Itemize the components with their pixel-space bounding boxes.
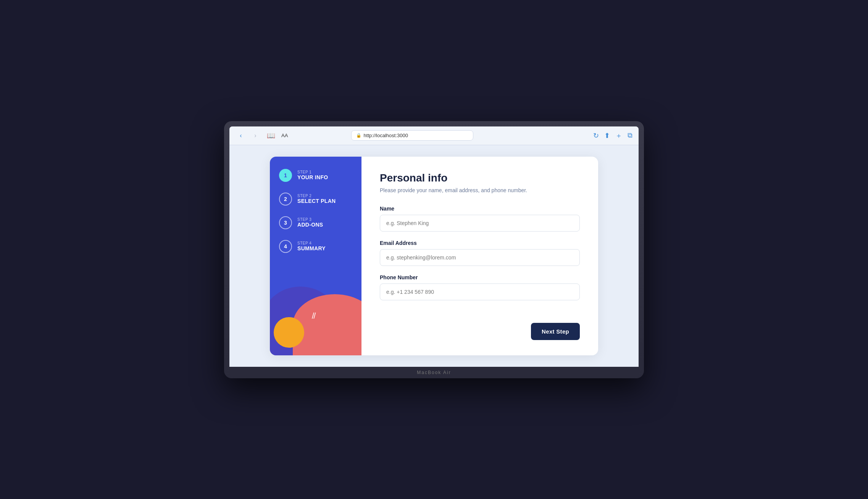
bookmarks-icon[interactable]: 📖	[267, 131, 275, 140]
step-4-circle: 4	[279, 240, 292, 253]
sidebar-decoration: / /	[270, 279, 361, 355]
step-3-circle: 3	[279, 216, 292, 229]
phone-input[interactable]	[380, 284, 580, 300]
laptop-bottom: MacBook Air	[229, 367, 639, 378]
deco-circle	[274, 317, 304, 348]
step-3-text: STEP 3 ADD-ONS	[297, 217, 323, 228]
form-content: Personal info Please provide your name, …	[361, 157, 598, 355]
form-title: Personal info	[380, 172, 580, 184]
main-card: 1 STEP 1 YOUR INFO 2 STEP 2 SELECT PLAN	[270, 157, 598, 355]
step-4-text: STEP 4 SUMMARY	[297, 241, 326, 251]
email-label: Email Address	[380, 240, 580, 246]
url-text: http://localhost:3000	[364, 133, 408, 138]
name-label: Name	[380, 206, 580, 212]
laptop-model-label: MacBook Air	[417, 370, 451, 375]
laptop-frame: ‹ › 📖 AA 🔒 http://localhost:3000 ↻ ⬆ ＋ ⧉	[224, 121, 644, 378]
steps-sidebar: 1 STEP 1 YOUR INFO 2 STEP 2 SELECT PLAN	[270, 157, 361, 355]
form-actions: Next Step	[380, 315, 580, 340]
browser-nav: ‹ ›	[236, 130, 261, 141]
step-4-label: STEP 4	[297, 241, 326, 245]
step-2-name: SELECT PLAN	[297, 198, 336, 204]
step-2-label: STEP 2	[297, 194, 336, 198]
step-1-circle: 1	[279, 169, 292, 182]
add-tab-button[interactable]: ＋	[615, 131, 622, 140]
forward-button[interactable]: ›	[250, 130, 261, 141]
name-input[interactable]	[380, 215, 580, 232]
phone-label: Phone Number	[380, 274, 580, 280]
step-4-item: 4 STEP 4 SUMMARY	[279, 240, 352, 253]
deco-slash: / /	[312, 311, 314, 321]
email-input[interactable]	[380, 249, 580, 266]
address-bar[interactable]: 🔒 http://localhost:3000	[351, 130, 473, 141]
tabs-button[interactable]: ⧉	[628, 131, 632, 139]
email-field-group: Email Address	[380, 240, 580, 266]
step-1-item: 1 STEP 1 YOUR INFO	[279, 169, 352, 182]
page-content: 1 STEP 1 YOUR INFO 2 STEP 2 SELECT PLAN	[229, 145, 639, 367]
step-3-label: STEP 3	[297, 217, 323, 222]
step-2-circle: 2	[279, 193, 292, 206]
step-1-label: STEP 1	[297, 170, 328, 174]
step-2-text: STEP 2 SELECT PLAN	[297, 194, 336, 204]
step-2-item: 2 STEP 2 SELECT PLAN	[279, 193, 352, 206]
browser-actions: ↻ ⬆ ＋ ⧉	[593, 131, 632, 140]
step-3-name: ADD-ONS	[297, 222, 323, 228]
phone-field-group: Phone Number	[380, 274, 580, 300]
step-1-text: STEP 1 YOUR INFO	[297, 170, 328, 180]
form-subtitle: Please provide your name, email address,…	[380, 187, 580, 193]
aa-button[interactable]: AA	[281, 133, 288, 138]
back-button[interactable]: ‹	[236, 130, 246, 141]
browser-chrome: ‹ › 📖 AA 🔒 http://localhost:3000 ↻ ⬆ ＋ ⧉	[229, 126, 639, 145]
step-1-name: YOUR INFO	[297, 174, 328, 180]
name-field-group: Name	[380, 206, 580, 232]
reload-button[interactable]: ↻	[593, 131, 599, 140]
lock-icon: 🔒	[356, 133, 361, 138]
share-button[interactable]: ⬆	[604, 131, 610, 140]
step-3-item: 3 STEP 3 ADD-ONS	[279, 216, 352, 229]
laptop-screen: ‹ › 📖 AA 🔒 http://localhost:3000 ↻ ⬆ ＋ ⧉	[229, 126, 639, 367]
next-step-button[interactable]: Next Step	[531, 323, 580, 340]
step-4-name: SUMMARY	[297, 245, 326, 251]
